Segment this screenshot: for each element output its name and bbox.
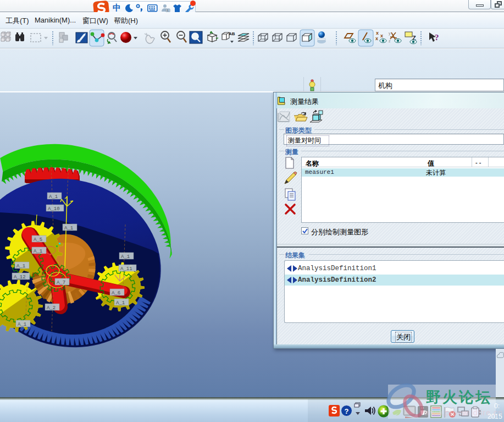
svg-text:A_1: A_1 <box>121 254 130 260</box>
svg-text:?: ? <box>435 33 439 42</box>
svg-text:y: y <box>389 31 391 36</box>
svg-text:x: x <box>376 30 379 36</box>
svg-text:A_1: A_1 <box>18 322 26 327</box>
svg-text:A_6: A_6 <box>112 291 120 296</box>
svg-text:A_1: A_1 <box>49 194 58 200</box>
svg-text:A_10: A_10 <box>48 206 60 212</box>
svg-text:A_7: A_7 <box>57 280 65 286</box>
svg-text:x: x <box>380 33 383 39</box>
svg-text:A_1: A_1 <box>64 226 73 231</box>
svg-text:?: ? <box>345 407 349 415</box>
svg-text:A_12: A_12 <box>14 275 26 280</box>
svg-text:A_2: A_2 <box>47 305 56 311</box>
svg-text:A_1: A_1 <box>34 249 42 254</box>
svg-text:A_11: A_11 <box>120 266 132 272</box>
svg-text:A_5: A_5 <box>34 237 42 243</box>
svg-text:x: x <box>375 36 378 41</box>
svg-text:z: z <box>389 39 391 43</box>
svg-text:A_1: A_1 <box>16 264 25 269</box>
svg-text:A_1: A_1 <box>116 300 125 306</box>
svg-text:AB: AB <box>229 31 235 36</box>
